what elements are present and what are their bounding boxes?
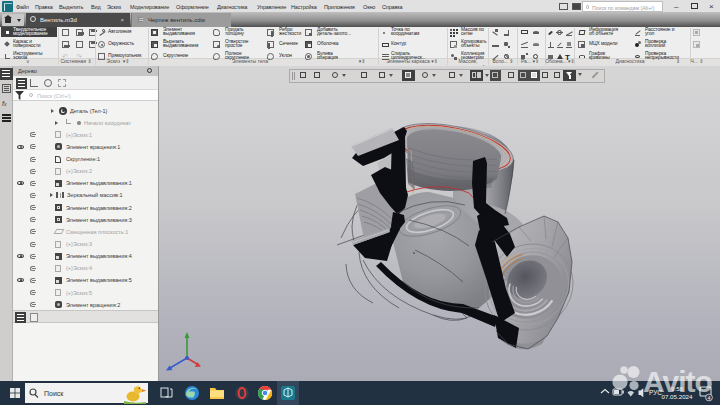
svg-text:РУС: РУС bbox=[649, 389, 662, 396]
svg-text:07.05.2024: 07.05.2024 bbox=[662, 393, 694, 400]
svg-text:4: 4 bbox=[707, 395, 710, 401]
svg-text:Поиск: Поиск bbox=[44, 390, 64, 397]
svg-text:9:58: 9:58 bbox=[671, 385, 684, 392]
